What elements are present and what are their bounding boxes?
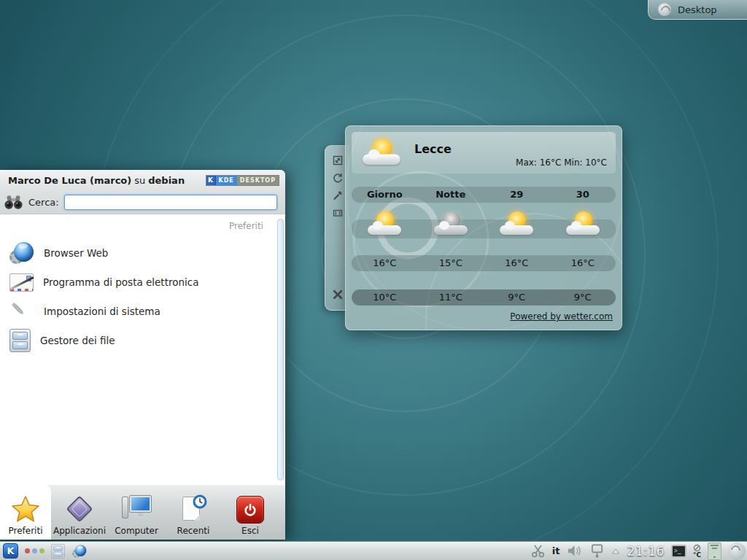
desktop-background: Desktop — [0, 0, 747, 560]
file-manager-icon — [9, 329, 31, 352]
sun-cloud-icon — [565, 211, 600, 237]
weather-column-headers: Giorno Notte 29 30 — [352, 187, 616, 203]
high-temp: 15°C — [418, 255, 484, 271]
resize-icon[interactable] — [332, 155, 344, 166]
mail-icon — [9, 273, 34, 292]
menu-item-label: Impostazioni di sistema — [44, 306, 160, 317]
settings-icon[interactable] — [332, 207, 344, 219]
tab-preferiti[interactable]: Preferiti — [0, 485, 51, 540]
host-name: debian — [148, 175, 185, 186]
desktop-toolbox[interactable]: Desktop — [648, 0, 747, 20]
terminal-icon[interactable]: >_ — [671, 545, 686, 558]
kickoff-header: Marco De Luca (marco) su debian K KDE DE… — [0, 170, 285, 190]
kickoff-menu: Marco De Luca (marco) su debian K KDE DE… — [0, 170, 285, 540]
menu-item-browser-web[interactable]: Browser Web — [0, 238, 285, 268]
high-temp: 16°C — [484, 255, 550, 271]
low-temp: 10°C — [352, 289, 418, 306]
expand-tray-icon[interactable] — [611, 548, 620, 555]
activity-dots-icon[interactable] — [25, 548, 44, 553]
web-browser-icon — [72, 544, 87, 559]
weather-col-label: 29 — [484, 187, 550, 203]
clock-icon — [193, 494, 207, 509]
moon-cloud-icon — [433, 211, 468, 237]
volume-icon[interactable] — [566, 543, 583, 559]
menu-item-label: Browser Web — [44, 247, 108, 259]
cashew-icon — [658, 3, 671, 16]
no-data-icon — [693, 544, 701, 552]
weather-tray-icon[interactable]: °C — [693, 544, 701, 559]
low-temp: 9°C — [484, 289, 550, 306]
configure-icon[interactable] — [332, 190, 344, 201]
tab-esci[interactable]: Esci — [222, 485, 279, 540]
digital-clock[interactable]: 21:16 — [627, 544, 665, 559]
kde-logo-icon: K — [206, 176, 216, 185]
low-temp: 9°C — [550, 289, 616, 306]
weather-city: Lecce — [414, 142, 452, 156]
tab-label: Esci — [241, 526, 259, 536]
search-input[interactable] — [64, 195, 277, 210]
bottom-panel: K it — [0, 541, 747, 560]
tab-computer[interactable]: Computer — [108, 485, 165, 540]
weather-condition-row — [352, 219, 616, 238]
tab-recenti[interactable]: Recenti — [165, 485, 222, 540]
close-icon[interactable] — [331, 288, 344, 301]
rotate-icon[interactable] — [332, 172, 344, 184]
panel-cashew-icon[interactable] — [728, 542, 746, 560]
high-temp: 16°C — [352, 255, 418, 271]
tab-applicazioni[interactable]: Applicazioni — [51, 485, 108, 540]
kickoff-favorites-list: Preferiti Browser Web Programma di posta… — [0, 214, 285, 485]
sun-cloud-icon — [499, 211, 534, 237]
kickoff-tab-bar: Preferiti Applicazioni Computer — [0, 485, 285, 540]
menu-item-email[interactable]: Programma di posta elettronica — [0, 268, 285, 297]
calendar-mini-widget[interactable] — [708, 542, 721, 560]
system-settings-icon — [9, 299, 34, 324]
low-temp: 11°C — [418, 289, 484, 306]
web-browser-icon — [9, 241, 34, 265]
high-temp: 16°C — [550, 255, 616, 271]
tab-label: Applicazioni — [53, 526, 106, 536]
kde-menu-icon[interactable]: K — [3, 543, 18, 559]
sun-cloud-icon — [362, 138, 401, 167]
section-label: Preferiti — [0, 221, 285, 231]
weather-high-temps: 16°C 15°C 16°C 16°C — [352, 255, 616, 271]
search-binoculars-icon — [4, 193, 23, 211]
menu-item-label: Gestore dei file — [40, 335, 115, 346]
weather-col-label: Giorno — [352, 187, 418, 203]
kde-desktop-badge: K KDE DESKTOP — [206, 175, 280, 186]
keyboard-layout-indicator[interactable]: it — [552, 545, 560, 556]
weather-widget[interactable]: Lecce Max: 16°C Min: 10°C Giorno Notte 2… — [345, 125, 622, 330]
clipboard-scissors-icon[interactable] — [530, 543, 546, 559]
recent-documents-icon — [178, 494, 209, 524]
file-manager-icon — [52, 544, 65, 559]
menu-item-label: Programma di posta elettronica — [43, 276, 198, 288]
computer-icon — [120, 493, 153, 524]
network-icon[interactable] — [589, 543, 605, 559]
tab-label: Recenti — [177, 526, 210, 536]
search-label: Cerca: — [28, 197, 59, 208]
user-name: Marco De Luca (marco) — [8, 175, 131, 186]
menu-item-file-manager[interactable]: Gestore dei file — [0, 326, 285, 355]
tab-label: Preferiti — [9, 526, 43, 536]
menu-item-system-settings[interactable]: Impostazioni di sistema — [0, 297, 285, 326]
weather-header: Lecce Max: 16°C Min: 10°C — [352, 132, 616, 174]
weather-credit-link[interactable]: Powered by wetter.com — [510, 311, 613, 322]
weather-col-label: Notte — [418, 187, 484, 203]
weather-maxmin: Max: 16°C Min: 10°C — [516, 158, 607, 168]
kickoff-search-row: Cerca: — [0, 190, 285, 214]
sun-cloud-icon — [367, 211, 402, 237]
scrollbar[interactable] — [277, 219, 284, 481]
tab-label: Computer — [115, 526, 158, 536]
power-icon — [236, 496, 264, 524]
web-browser-launcher[interactable] — [72, 544, 87, 559]
applications-icon — [65, 494, 94, 524]
weather-col-label: 30 — [550, 187, 616, 203]
star-icon — [11, 494, 40, 524]
desktop-toolbox-label: Desktop — [678, 4, 717, 15]
weather-low-temps: 10°C 11°C 9°C 9°C — [352, 289, 616, 306]
file-manager-launcher[interactable] — [51, 544, 66, 559]
user-sep: su — [134, 175, 145, 186]
